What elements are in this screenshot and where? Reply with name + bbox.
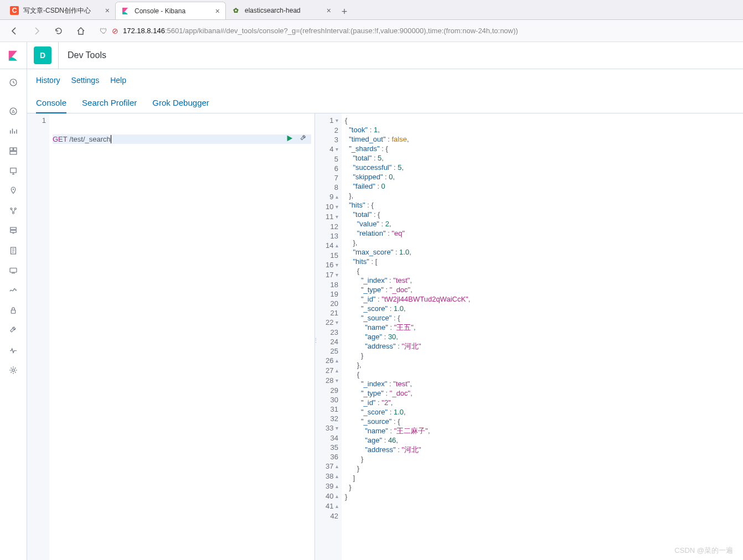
request-method: GET: [53, 134, 68, 144]
close-tab-icon[interactable]: ×: [215, 7, 220, 15]
response-viewer[interactable]: { "took" : 1, "timed_out" : false, "_sha…: [342, 113, 743, 560]
tab-grok-debugger[interactable]: Grok Debugger: [152, 98, 209, 113]
response-line: "hits" : {: [345, 200, 740, 210]
close-tab-icon[interactable]: ×: [105, 6, 110, 15]
home-button[interactable]: [73, 23, 89, 39]
line-number: 35: [315, 443, 338, 452]
line-number: 14 ▴: [315, 241, 338, 251]
back-button[interactable]: [7, 23, 22, 39]
response-line: "hits" : [: [345, 257, 740, 266]
help-link[interactable]: Help: [110, 76, 126, 85]
response-line: },: [345, 360, 740, 370]
pane-resize-handle[interactable]: ⋮: [313, 337, 318, 344]
devtools-tabs: Console Search Profiler Grok Debugger: [27, 91, 743, 113]
line-number: 24: [315, 337, 338, 346]
reload-button[interactable]: [51, 23, 66, 39]
response-line: "_score" : 1.0,: [345, 304, 740, 313]
svg-rect-2: [10, 148, 13, 151]
browser-tab-csdn[interactable]: C 写文章-CSDN创作中心 ×: [4, 2, 115, 19]
line-number: 6: [315, 164, 338, 173]
kibana-header: D Dev Tools: [0, 42, 743, 69]
tab-console[interactable]: Console: [36, 98, 66, 113]
line-number: 27 ▴: [315, 366, 338, 376]
browser-tab-eshead[interactable]: ✿ elasticsearch-head ×: [226, 2, 337, 19]
close-tab-icon[interactable]: ×: [327, 6, 331, 15]
forward-button[interactable]: [29, 23, 44, 39]
line-number: 22 ▾: [315, 318, 338, 328]
line-number: 28 ▾: [315, 376, 338, 386]
new-tab-button[interactable]: +: [337, 4, 352, 19]
response-line: "_index" : "test",: [345, 276, 740, 285]
line-number: 12: [315, 222, 338, 231]
sidenav-maps-icon[interactable]: [4, 182, 22, 200]
send-request-button[interactable]: [286, 134, 293, 144]
sidenav-visualize-icon[interactable]: [4, 122, 22, 140]
response-line: "_shards" : {: [345, 144, 740, 153]
response-line: "relation" : "eq": [345, 229, 740, 238]
history-link[interactable]: History: [36, 76, 60, 85]
response-line: }: [345, 351, 740, 360]
request-editor[interactable]: GET /test/_search: [49, 113, 314, 560]
app-title: Dev Tools: [58, 42, 106, 69]
response-line: }: [345, 483, 740, 492]
sidenav-recent-icon[interactable]: [4, 74, 22, 91]
svg-point-6: [13, 189, 14, 190]
response-line: "timed_out" : false,: [345, 134, 740, 144]
response-line: "max_score" : 1.0,: [345, 247, 740, 257]
tab-title: elasticsearch-head: [245, 7, 301, 14]
sidenav-devtools-icon[interactable]: [4, 322, 22, 339]
response-line: [345, 501, 740, 511]
url-bar[interactable]: 🛡 ⊘ 172.18.8.146:5601/app/kibana#/dev_to…: [95, 27, 736, 35]
response-line: {: [345, 266, 740, 276]
response-line: "_type" : "_doc",: [345, 285, 740, 294]
line-number: 30: [315, 395, 338, 405]
sidenav-apm-icon[interactable]: [4, 262, 22, 279]
sidenav-management-icon[interactable]: [4, 361, 22, 379]
browser-tab-kibana[interactable]: Console - Kibana ×: [115, 2, 226, 19]
response-gutter: 1 ▾234 ▾56789 ▴10 ▾11 ▾121314 ▴1516 ▾17 …: [315, 113, 342, 560]
response-line: "address" : "河北": [345, 341, 740, 351]
line-number: 9 ▴: [315, 192, 338, 202]
response-line: {: [345, 370, 740, 379]
settings-link[interactable]: Settings: [71, 76, 100, 85]
line-number: 5: [315, 154, 338, 164]
space-selector[interactable]: D: [34, 46, 51, 64]
sidenav-ml-icon[interactable]: [4, 202, 22, 220]
request-gutter: 1: [27, 113, 49, 560]
sidenav-infra-icon[interactable]: [4, 222, 22, 240]
request-pane[interactable]: 1 GET /test/_search: [27, 113, 315, 560]
svg-rect-4: [10, 152, 17, 154]
eshead-favicon-icon: ✿: [231, 6, 240, 15]
response-pane[interactable]: 1 ▾234 ▾56789 ▴10 ▾11 ▾121314 ▴1516 ▾17 …: [315, 113, 743, 560]
line-number: 41 ▴: [315, 501, 338, 511]
line-number: 10 ▾: [315, 202, 338, 212]
line-number: 32: [315, 414, 338, 423]
response-line: "_source" : {: [345, 313, 740, 323]
line-number: 16 ▾: [315, 260, 338, 270]
response-line: "total" : {: [345, 210, 740, 219]
url-path: :5601/app/kibana#/dev_tools/console?_g=(…: [165, 27, 518, 35]
sidenav-canvas-icon[interactable]: [4, 162, 22, 180]
sidenav-logs-icon[interactable]: [4, 242, 22, 260]
tab-search-profiler[interactable]: Search Profiler: [82, 98, 137, 113]
sidenav-monitoring-icon[interactable]: [4, 341, 22, 359]
not-secure-icon[interactable]: ⊘: [112, 27, 118, 35]
line-number: 42: [315, 511, 338, 521]
text-cursor: [111, 135, 111, 143]
request-options-button[interactable]: [299, 134, 308, 145]
response-line: "age" : 46,: [345, 435, 740, 445]
response-line: }: [345, 492, 740, 501]
response-line: "_type" : "_doc",: [345, 388, 740, 398]
sidenav-dashboard-icon[interactable]: [4, 142, 22, 160]
shield-icon[interactable]: 🛡: [100, 27, 107, 35]
response-line: "_id" : "tW2jl44BWTud2qWaiCcK",: [345, 294, 740, 304]
line-number: 23: [315, 328, 338, 337]
sidenav-uptime-icon[interactable]: [4, 282, 22, 299]
svg-rect-10: [11, 227, 17, 230]
line-number: 11 ▾: [315, 212, 338, 222]
sidenav-siem-icon[interactable]: [4, 302, 22, 319]
line-number: 13: [315, 231, 338, 241]
response-line: "total" : 5,: [345, 153, 740, 163]
kibana-logo-icon[interactable]: [0, 42, 27, 69]
sidenav-discover-icon[interactable]: [4, 102, 22, 120]
